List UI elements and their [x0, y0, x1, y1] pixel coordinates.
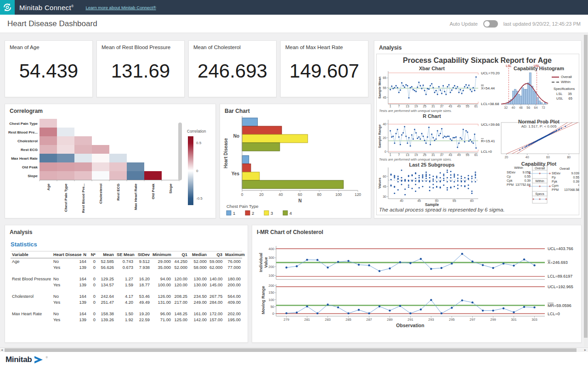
last-updated-text: last updated 9/20/22, 12:45:23 PM [503, 21, 581, 27]
column-header: Q1 [172, 251, 189, 258]
svg-text:Within: Within [514, 166, 523, 169]
svg-text:Cpk: Cpk [507, 179, 513, 183]
svg-text:Specs: Specs [535, 192, 544, 196]
hscroll-thumb[interactable] [5, 348, 577, 352]
svg-text:37: 37 [440, 153, 444, 156]
xbar-chart-title: Xbar Chart [386, 66, 478, 71]
svg-text:20: 20 [259, 192, 264, 197]
svg-text:43: 43 [448, 153, 452, 156]
svg-text:0.5: 0.5 [196, 141, 202, 145]
svg-text:Moving Range: Moving Range [261, 286, 266, 314]
svg-text:291: 291 [407, 318, 413, 322]
svg-text:200: 200 [268, 284, 274, 288]
svg-text:Value: Value [264, 257, 268, 268]
svg-text:32: 32 [504, 106, 508, 109]
svg-text:19: 19 [414, 105, 418, 108]
column-header: Variable [11, 251, 52, 258]
svg-text:Max Heart Rate: Max Heart Rate [11, 156, 38, 161]
column-header: N* [88, 251, 97, 258]
svg-text:MR=59.0596: MR=59.0596 [548, 303, 571, 308]
svg-text:25: 25 [423, 153, 426, 156]
svg-text:Overall: Overall [560, 167, 570, 170]
svg-text:100: 100 [335, 192, 342, 197]
svg-text:30: 30 [383, 195, 386, 198]
svg-text:13: 13 [406, 153, 409, 156]
kpi-value: 131.69 [97, 60, 184, 82]
kpi-card-mean-cholesterol: Mean of Cholesterol 246.693 [188, 40, 277, 97]
svg-text:120: 120 [355, 192, 361, 197]
kpi-card-mean-max-heart-rate: Mean of Max Heart Rate 149.607 [280, 40, 368, 97]
vscroll-thumb[interactable] [584, 35, 588, 338]
legend-overall: Overall [552, 75, 572, 79]
svg-text:Rest Blood Pre...: Rest Blood Pre... [8, 130, 38, 134]
svg-text:Overall: Overall [535, 167, 545, 170]
svg-text:UCL=403.766: UCL=403.766 [548, 246, 573, 251]
svg-text:R=15.41: R=15.41 [481, 139, 495, 143]
specifications-label: Specifications [554, 87, 575, 91]
svg-text:285: 285 [345, 318, 351, 322]
svg-text:65: 65 [383, 76, 386, 79]
svg-text:Sample Range: Sample Range [378, 124, 382, 148]
spec-lsl-row: LSL35 [556, 92, 572, 96]
svg-text:19: 19 [414, 153, 418, 156]
svg-text:X=54.44: X=54.44 [481, 86, 495, 90]
svg-text:37: 37 [440, 105, 444, 108]
svg-text:Cpm: Cpm [552, 184, 559, 188]
svg-text:31: 31 [431, 153, 435, 156]
column-header: Heart Disease [52, 251, 77, 258]
svg-text:2: 2 [252, 211, 254, 216]
table-row: CholesterolNo1640242.644.1753.46126.0020… [11, 293, 242, 299]
svg-text:0.55: 0.55 [524, 175, 531, 178]
svg-text:80: 80 [317, 192, 322, 197]
within-line-swatch [552, 82, 559, 83]
svg-text:LCL=89.6197: LCL=89.6197 [548, 274, 572, 279]
svg-text:137752.64: 137752.64 [515, 183, 531, 186]
kpi-card-mean-rest-blood-pressure: Mean of Rest Blood Pressure 131.69 [96, 40, 185, 97]
svg-text:Pp: Pp [552, 176, 556, 179]
svg-text:Cholesterol: Cholesterol [17, 139, 38, 143]
kpi-label: Mean of Rest Blood Pressure [102, 45, 170, 50]
svg-text:Values: Values [378, 178, 382, 189]
vertical-scrollbar[interactable] [584, 34, 588, 347]
svg-text:40: 40 [512, 106, 515, 109]
svg-text:72: 72 [542, 106, 545, 109]
svg-text:Cp: Cp [507, 175, 511, 178]
svg-text:*: * [578, 184, 579, 187]
learn-more-link[interactable]: Learn more about Minitab Connect® [85, 5, 156, 10]
kpi-card-mean-age: Mean of Age 54.439 [5, 40, 93, 97]
svg-text:PPM: PPM [507, 183, 514, 186]
svg-text:100: 100 [268, 298, 274, 302]
svg-text:Within: Within [535, 179, 544, 183]
svg-text:Slope: Slope [169, 183, 173, 193]
svg-text:150: 150 [268, 290, 274, 295]
column-header: Median [189, 251, 208, 258]
svg-text:Old Peak: Old Peak [151, 183, 155, 199]
svg-text:80: 80 [567, 156, 571, 159]
svg-text:0.55: 0.55 [573, 176, 579, 179]
sixpack-title: Process Capability Sixpack Report for Ag… [376, 56, 578, 65]
capability-histogram-title: Capability Histogram [498, 66, 579, 71]
svg-text:61: 61 [474, 105, 478, 108]
auto-update-toggle[interactable] [483, 20, 498, 28]
svg-text:Chest Pain Type: Chest Pain Type [9, 122, 38, 126]
svg-text:Slope: Slope [28, 174, 38, 178]
kpi-value: 54.439 [5, 60, 92, 82]
svg-text:Rest Blood Pre...: Rest Blood Pre... [81, 184, 85, 213]
svg-text:283: 283 [325, 318, 331, 322]
svg-text:N: N [298, 198, 301, 203]
svg-text:20: 20 [383, 136, 386, 139]
panel-scrollbar[interactable] [178, 123, 182, 180]
panel-analysis-sixpack: Analysis 45556517131925313743495561UCL=7… [374, 40, 582, 218]
table-row: Yes1390251.474.2049.49131.00217.00249.00… [11, 299, 242, 305]
svg-text:7: 7 [398, 105, 400, 108]
svg-text:297: 297 [469, 318, 475, 322]
svg-text:279: 279 [283, 318, 289, 322]
panel-title: Analysis [10, 229, 32, 235]
correlogram-heatmap: Chest Pain TypeRest Blood Pre...Choleste… [5, 104, 215, 218]
svg-text:13: 13 [406, 105, 409, 108]
panel-correlogram: Correlogram Chest Pain TypeRest Blood Pr… [5, 104, 216, 218]
svg-text:49: 49 [457, 153, 461, 156]
xbar-note: Tests are performed with unequal sample … [379, 109, 452, 113]
column-header: Q3 [208, 251, 224, 258]
r-chart-title: R Chart [386, 113, 478, 119]
